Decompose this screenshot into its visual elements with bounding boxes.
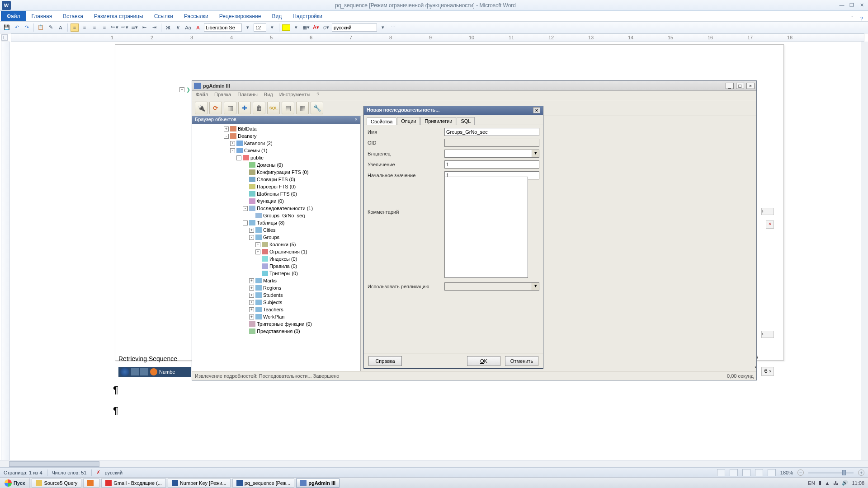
collapse-icon[interactable]: -: [236, 155, 241, 160]
tree-row[interactable]: +Колонки (5): [192, 241, 360, 248]
expand-icon[interactable]: +: [249, 300, 254, 305]
minimize-icon[interactable]: _: [726, 83, 734, 89]
expand-icon[interactable]: +: [224, 127, 229, 131]
tab-insert[interactable]: Вставка: [57, 11, 89, 21]
tree-row[interactable]: Домены (0): [192, 161, 360, 169]
status-lang[interactable]: русский: [105, 470, 123, 475]
paste-icon[interactable]: 📋: [37, 23, 45, 32]
tree-row[interactable]: -Deanery: [192, 132, 360, 140]
collapse-icon[interactable]: -: [230, 148, 235, 153]
bullets-icon[interactable]: ≔▾: [110, 23, 118, 32]
expand-icon[interactable]: +: [249, 228, 254, 233]
tab-sql[interactable]: SQL: [457, 117, 475, 125]
ribbon-collapse-icon[interactable]: ˇ: [848, 16, 855, 21]
tree-row[interactable]: -Схемы (1): [192, 147, 360, 154]
tree-row[interactable]: Правила (0): [192, 263, 360, 270]
tray-shield-icon[interactable]: ▲: [825, 480, 830, 486]
close-icon[interactable]: ×: [533, 107, 540, 113]
proofing-icon[interactable]: ✗: [96, 469, 100, 475]
draft-icon[interactable]: [768, 469, 776, 476]
chevron-down-icon[interactable]: ▾: [532, 283, 539, 290]
numbering-icon[interactable]: ≕▾: [120, 23, 128, 32]
tree-row[interactable]: +Regions: [192, 284, 360, 291]
tray-volume-icon[interactable]: 🔊: [842, 480, 848, 486]
tree-row[interactable]: -Последовательности (1): [192, 205, 360, 212]
ok-button[interactable]: OK: [467, 356, 500, 366]
cancel-button[interactable]: Отменить: [505, 356, 538, 366]
object-tree[interactable]: +BiblData-Deanery+Каталоги (2)-Схемы (1)…: [192, 124, 360, 371]
word-vertical-scrollbar[interactable]: [861, 42, 868, 460]
zoom-slider[interactable]: [808, 472, 854, 474]
maintenance-icon[interactable]: 🔧: [311, 102, 323, 114]
print-layout-icon[interactable]: [717, 469, 725, 476]
pgadmin-title-bar[interactable]: pgAdmin III _ □ ×: [192, 81, 756, 91]
tray-network-icon[interactable]: 🖧: [833, 480, 838, 486]
shading-icon[interactable]: ◇▾: [322, 23, 330, 32]
restore-icon[interactable]: ❐: [848, 2, 855, 8]
start-button[interactable]: Пуск: [0, 478, 30, 488]
tree-row[interactable]: +Ограничения (1): [192, 248, 360, 255]
font-name-input[interactable]: [204, 23, 242, 32]
tree-row[interactable]: Словари FTS (0): [192, 176, 360, 183]
minimize-icon[interactable]: —: [838, 2, 845, 8]
tab-selector-icon[interactable]: L: [1, 34, 8, 41]
expand-icon[interactable]: +: [249, 278, 254, 283]
comment-textarea[interactable]: [444, 177, 528, 278]
font-size-input[interactable]: [254, 23, 266, 32]
menu-tools[interactable]: Инструменты: [279, 92, 311, 99]
maximize-icon[interactable]: □: [736, 83, 744, 89]
name-input[interactable]: [444, 128, 539, 136]
tree-row[interactable]: +Cities: [192, 226, 360, 234]
tab-mail[interactable]: Рассылки: [179, 11, 214, 21]
align-center-icon[interactable]: ≡: [80, 23, 89, 32]
expand-icon[interactable]: +: [249, 286, 254, 291]
close-icon[interactable]: ✕: [858, 2, 865, 8]
tree-row[interactable]: Триггерные функции (0): [192, 320, 360, 328]
tree-row[interactable]: -Таблицы (8): [192, 219, 360, 226]
tree-row[interactable]: Groups_GrNo_seq: [192, 212, 360, 219]
multilevel-icon[interactable]: ≣▾: [130, 23, 138, 32]
align-left-icon[interactable]: ≡: [71, 23, 79, 32]
align-justify-icon[interactable]: ≡: [100, 23, 108, 32]
tree-row[interactable]: Представления (0): [192, 328, 360, 335]
chevron-down-icon[interactable]: ▾: [244, 23, 252, 32]
tray-clock[interactable]: 11:08: [852, 480, 864, 486]
close-panel-icon[interactable]: ×: [355, 117, 358, 124]
zoom-in-icon[interactable]: +: [858, 469, 864, 476]
save-icon[interactable]: 💾: [3, 23, 11, 32]
redo-icon[interactable]: ↷: [23, 23, 31, 32]
taskbar-item[interactable]: pgAdmin III: [296, 479, 340, 488]
tab-options[interactable]: Опции: [397, 117, 420, 125]
zoom-level[interactable]: 180%: [780, 470, 793, 475]
vertical-ruler[interactable]: [1, 42, 10, 466]
refresh-icon[interactable]: ⟳: [209, 102, 222, 114]
clear-format-icon[interactable]: A: [57, 23, 65, 32]
increment-input[interactable]: [444, 160, 539, 169]
delete-icon[interactable]: 🗑: [253, 102, 265, 114]
expand-icon[interactable]: +: [249, 307, 254, 312]
tab-review[interactable]: Рецензирование: [214, 11, 267, 21]
expand-icon[interactable]: +: [255, 242, 260, 247]
chevron-down-icon[interactable]: ▾: [532, 150, 539, 157]
indent-dec-icon[interactable]: ⇤: [140, 23, 148, 32]
tree-row[interactable]: Триггеры (0): [192, 270, 360, 277]
help-button[interactable]: Справка: [368, 356, 402, 366]
tree-row[interactable]: +Teachers: [192, 306, 360, 313]
tree-row[interactable]: -Groups: [192, 234, 360, 241]
collapse-icon[interactable]: -: [249, 235, 254, 240]
collapse-icon[interactable]: -: [243, 221, 248, 225]
tree-row[interactable]: -public: [192, 154, 360, 161]
oid-input[interactable]: [444, 139, 539, 147]
format-painter-icon[interactable]: ✎: [47, 23, 55, 32]
taskbar-item[interactable]: pq_sequence [Реж...: [232, 479, 295, 488]
status-page[interactable]: Страница: 1 из 4: [4, 470, 42, 475]
dialog-title-bar[interactable]: Новая последовательность... ×: [364, 106, 543, 115]
tab-home[interactable]: Главная: [26, 11, 58, 21]
collapse-icon[interactable]: -: [243, 206, 248, 211]
connect-icon[interactable]: 🔌: [195, 102, 208, 114]
tree-row[interactable]: +Students: [192, 291, 360, 299]
tree-row[interactable]: +WorkPlan: [192, 313, 360, 320]
taskbar-item[interactable]: [83, 479, 99, 488]
undo-icon[interactable]: ↶: [13, 23, 21, 32]
owner-combo[interactable]: ▾: [444, 150, 539, 158]
